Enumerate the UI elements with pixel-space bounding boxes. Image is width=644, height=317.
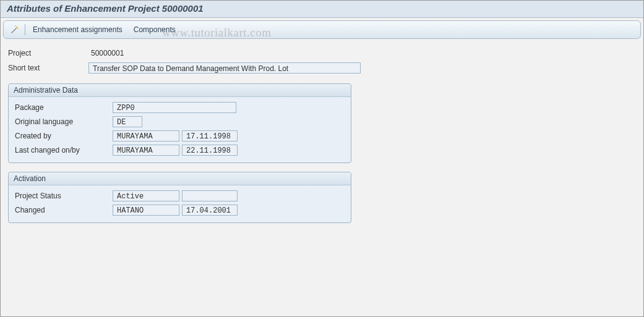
created-by-label: Created by	[15, 132, 113, 140]
short-text-row: Short text Transfer SOP Data to Demand M…	[8, 61, 636, 75]
project-value: 50000001	[88, 49, 124, 57]
toolbar: Enhancement assignments Components	[3, 20, 641, 39]
created-by-user-field[interactable]: MURAYAMA	[113, 130, 179, 142]
activation-changed-user-field[interactable]: HATANO	[113, 205, 179, 216]
svg-point-0	[16, 27, 17, 28]
short-text-field[interactable]: Transfer SOP Data to Demand Management W…	[88, 62, 361, 74]
enhancement-assignments-button[interactable]: Enhancement assignments	[29, 24, 126, 35]
activation-groupbox: Activation Project Status Active Changed…	[8, 172, 351, 223]
components-button[interactable]: Components	[130, 24, 179, 35]
title-bar: Attributes of Enhancement Project 500000…	[1, 1, 643, 18]
wand-icon[interactable]	[7, 23, 21, 36]
activation-header: Activation	[9, 172, 351, 185]
last-changed-label: Last changed on/by	[15, 146, 113, 154]
administrative-data-groupbox: Administrative Data Package ZPP0 Origina…	[8, 83, 351, 163]
project-label: Project	[8, 49, 88, 57]
svg-point-1	[17, 28, 19, 29]
toolbar-divider	[25, 24, 25, 35]
activation-changed-date-field[interactable]: 17.04.2001	[182, 205, 238, 216]
last-changed-date-field[interactable]: 22.11.1998	[182, 145, 238, 156]
project-status-extra-field[interactable]	[182, 190, 238, 201]
svg-point-2	[15, 25, 16, 27]
project-status-label: Project Status	[15, 192, 113, 200]
short-text-label: Short text	[8, 64, 88, 72]
package-label: Package	[15, 103, 113, 112]
administrative-data-header: Administrative Data	[9, 84, 351, 97]
package-field[interactable]: ZPP0	[113, 102, 236, 113]
project-row: Project 50000001	[8, 46, 636, 60]
activation-changed-label: Changed	[15, 206, 113, 214]
last-changed-user-field[interactable]: MURAYAMA	[113, 145, 179, 156]
project-status-field[interactable]: Active	[113, 190, 179, 201]
page-title: Attributes of Enhancement Project 500000…	[7, 3, 637, 14]
original-language-label: Original language	[15, 117, 113, 126]
created-by-date-field[interactable]: 17.11.1998	[182, 130, 238, 142]
original-language-field[interactable]: DE	[113, 116, 142, 127]
content-area: Project 50000001 Short text Transfer SOP…	[1, 41, 643, 228]
